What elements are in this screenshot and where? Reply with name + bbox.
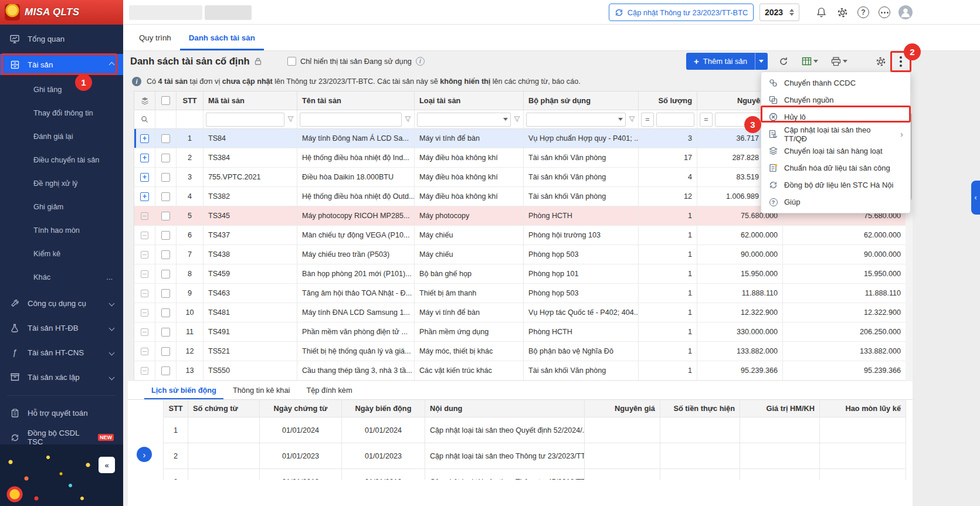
fiscal-year-selector[interactable]: 2023 <box>759 4 799 21</box>
spinner-arrows-icon[interactable] <box>789 9 794 16</box>
row-checkbox[interactable] <box>161 270 170 279</box>
sidebar-item-dieu-chuyen-tai-san[interactable]: Điều chuyển tài sản <box>0 148 123 171</box>
sidebar-item-cong-cu-dung-cu[interactable]: Công cụ dụng cụ <box>0 291 123 315</box>
help-icon[interactable]: ? <box>856 5 870 19</box>
sidebar-collapse-button[interactable]: « <box>99 457 115 473</box>
row-checkbox[interactable] <box>161 308 170 317</box>
update-circular-button[interactable]: Cập nhật Thông tư 23/2023/TT-BTC <box>609 4 754 21</box>
code-cell: TS550 <box>204 361 297 380</box>
context-menu: Chuyển thành CCDC Chuyển nguồn Hủy lô Cậ… <box>761 72 911 213</box>
row-checkbox[interactable] <box>161 231 170 240</box>
row-checkbox[interactable] <box>161 250 170 259</box>
residual-cell: 206.250.000 <box>783 322 906 341</box>
menu-item-cap-nhat-loai-tai-san[interactable]: Cập nhật loại tài sản theo TT/QĐ › <box>761 125 910 142</box>
filter-select-dept[interactable] <box>526 113 626 127</box>
expand-next-button[interactable]: › <box>137 447 152 462</box>
menu-item-giup[interactable]: ? Giúp <box>761 193 910 210</box>
row-checkbox[interactable] <box>161 192 170 201</box>
settings-gear-icon[interactable] <box>835 5 849 19</box>
asset-table-row[interactable]: 10TS481Máy tính ĐNA LCD Samsung 1...Máy … <box>134 303 906 322</box>
filter-input-code[interactable] <box>206 113 284 127</box>
asset-table-row[interactable]: 8TS459Bàn họp phòng 201 mới (P101)...Bộ … <box>134 264 906 284</box>
menu-item-chuyen-loai-hang-loat[interactable]: Chuyển loại tài sản hàng loạt <box>761 142 910 159</box>
asset-table-row[interactable]: 9TS463Tăng âm hội thảo TOA Nhật - Đ...Th… <box>134 284 906 303</box>
expand-plus-icon[interactable]: + <box>140 192 149 201</box>
table-settings-gear-icon[interactable] <box>873 53 889 70</box>
asset-table-row[interactable]: 6TS437Màn chiếu tự động VEGA (P10...Máy … <box>134 226 906 245</box>
sidebar-item-tai-san-ht-cns[interactable]: ƒ Tài sản HT-CNS <box>0 340 123 365</box>
sidebar-item-thay-doi-thong-tin[interactable]: Thay đổi thông tin <box>0 101 123 124</box>
user-avatar[interactable] <box>898 5 913 19</box>
history-table-row[interactable]: 301/01/201901/01/2019Cập nhật loại tài s… <box>164 469 907 480</box>
sidebar-item-ghi-giam[interactable]: Ghi giảm <box>0 195 123 218</box>
row-type-cell: + <box>134 187 155 206</box>
more-options-icon[interactable] <box>877 5 891 19</box>
tab-thong-tin-ke-khai[interactable]: Thông tin kê khai <box>226 381 297 399</box>
sidebar-item-ghi-tang[interactable]: Ghi tăng <box>0 77 123 101</box>
filter-input-name[interactable] <box>300 113 402 127</box>
refresh-button[interactable] <box>775 53 792 70</box>
asset-table-row[interactable]: 11TS491Phần mềm văn phòng điện tử ...Phầ… <box>134 322 906 342</box>
sidebar-item-khac[interactable]: Khác ... <box>0 265 123 288</box>
print-button[interactable] <box>827 53 852 70</box>
row-checkbox[interactable] <box>161 328 170 337</box>
asset-table-row[interactable]: 13TS550Cầu thang thép tầng 3, nhà 3 tầ..… <box>134 361 906 381</box>
expand-plus-icon[interactable]: + <box>140 154 149 162</box>
qty-cell: 1 <box>639 245 697 264</box>
tab-tep-dinh-kem[interactable]: Tệp đính kèm <box>299 381 359 399</box>
only-in-use-checkbox[interactable] <box>287 57 296 66</box>
row-checkbox[interactable] <box>161 134 170 143</box>
menu-item-huy-lo[interactable]: Hủy lô <box>761 108 910 125</box>
row-checkbox[interactable] <box>161 154 170 162</box>
add-asset-dropdown[interactable] <box>755 53 768 70</box>
notification-bell-icon[interactable] <box>814 5 828 19</box>
filter-funnel-icon[interactable] <box>513 116 521 123</box>
filter-equals-operator[interactable]: = <box>641 113 654 127</box>
sidebar-item-tinh-hao-mon[interactable]: Tính hao mòn <box>0 218 123 242</box>
sidebar-item-danh-gia-lai[interactable]: Đánh giá lại <box>0 124 123 148</box>
row-checkbox[interactable] <box>161 212 170 220</box>
redacted-text <box>129 5 202 20</box>
menu-item-dong-bo-stc[interactable]: Đồng bộ dữ liệu lên STC Hà Nội <box>761 176 910 193</box>
filter-select-type[interactable] <box>417 113 511 127</box>
tab-danh-sach-tai-san[interactable]: Danh sách tài sản <box>180 25 264 50</box>
sidebar-item-tai-san-ht-db[interactable]: Tài sản HT-ĐB <box>0 315 123 340</box>
sidebar-item-tai-san-xac-lap[interactable]: Tài sản xác lập <box>0 365 123 389</box>
more-actions-button[interactable] <box>891 53 910 70</box>
asset-table-row[interactable]: 7TS438Máy chiếu treo trần (P503)Máy chiế… <box>134 245 906 264</box>
menu-item-chuan-hoa-du-lieu[interactable]: Chuẩn hóa dữ liệu tài sản công <box>761 159 910 176</box>
row-checkbox[interactable] <box>161 289 170 298</box>
right-panel-toggle[interactable]: ‹ <box>971 181 980 215</box>
history-table-row[interactable]: 201/01/202301/01/2023Cập nhật loại tài s… <box>164 443 907 469</box>
sidebar-item-kiem-ke[interactable]: Kiểm kê <box>0 242 123 265</box>
expand-plus-icon[interactable]: + <box>140 134 149 143</box>
filter-funnel-icon[interactable] <box>628 116 636 123</box>
history-cell <box>585 417 660 443</box>
add-asset-button[interactable]: +Thêm tài sản <box>686 53 768 70</box>
single-asset-icon <box>141 328 148 336</box>
sidebar-item-tong-quan[interactable]: Tổng quan <box>0 27 123 50</box>
menu-item-chuyen-thanh-ccdc[interactable]: Chuyển thành CCDC <box>761 74 910 91</box>
column-layout-button[interactable] <box>798 53 822 70</box>
filter-funnel-icon[interactable] <box>404 116 412 123</box>
sidebar-item-tai-san[interactable]: Tài sản <box>0 54 123 75</box>
row-checkbox[interactable] <box>161 173 170 182</box>
info-icon[interactable]: i <box>416 57 425 66</box>
tab-lich-su-bien-dong[interactable]: Lịch sử biến động <box>144 381 223 399</box>
layers-icon[interactable] <box>134 91 155 110</box>
filter-input-qty[interactable] <box>656 113 694 127</box>
expand-plus-icon[interactable]: + <box>140 173 149 182</box>
select-all-checkbox[interactable] <box>161 96 170 105</box>
tab-quy-trinh[interactable]: Quy trình <box>130 25 180 50</box>
menu-item-chuyen-nguon[interactable]: Chuyển nguồn <box>761 91 910 108</box>
asset-table-row[interactable]: 12TS521Thiết bị hệ thống quản lý và giá.… <box>134 342 906 361</box>
filter-funnel-icon[interactable] <box>287 116 294 123</box>
row-checkbox[interactable] <box>161 347 170 356</box>
sidebar-item-de-nghi-xu-ly[interactable]: Đề nghị xử lý <box>0 171 123 195</box>
sidebar-item-ho-tro-quyet-toan[interactable]: Hỗ trợ quyết toán <box>0 401 123 425</box>
history-table-row[interactable]: 101/01/202401/01/2024Cập nhật loại tài s… <box>164 417 907 443</box>
filter-equals-operator[interactable]: = <box>700 113 713 127</box>
search-icon[interactable] <box>141 116 148 123</box>
row-checkbox[interactable] <box>161 366 170 375</box>
qty-cell: 1 <box>639 322 697 341</box>
